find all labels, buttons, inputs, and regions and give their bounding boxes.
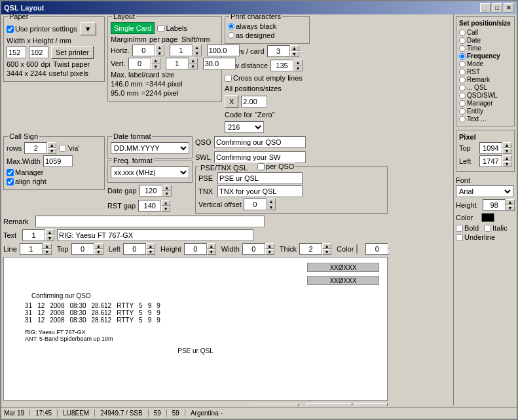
qsos-input[interactable] [267, 45, 290, 57]
cross-label[interactable]: Cross out empty lines [225, 74, 303, 82]
pse-input[interactable] [217, 172, 303, 184]
rst-gap-up[interactable]: ▲ [161, 200, 170, 206]
qso-input[interactable] [214, 136, 306, 148]
tnx-input[interactable] [217, 185, 303, 197]
rst-gap-down[interactable]: ▼ [161, 206, 170, 212]
date-gap-down[interactable]: ▼ [162, 191, 172, 197]
use-printer-checkbox[interactable] [7, 26, 14, 33]
top-down[interactable]: ▼ [94, 249, 103, 255]
top-up[interactable]: ▲ [94, 243, 103, 249]
width-input2[interactable] [242, 243, 265, 255]
radio-time[interactable]: Time [459, 45, 511, 52]
vert-per-page-input[interactable] [166, 58, 189, 69]
right-height-spinner[interactable]: ▲ ▼ [483, 199, 515, 211]
rst-gap-spinner[interactable]: ▲ ▼ [138, 200, 170, 212]
italic-checkbox[interactable] [484, 225, 491, 232]
per-page-input[interactable] [170, 45, 193, 56]
vert-spinner[interactable]: ▲ ▼ [128, 58, 160, 69]
qsos-down[interactable]: ▼ [290, 51, 299, 57]
radio-qsl[interactable]: ... QSL [459, 84, 511, 91]
rows-down[interactable]: ▼ [47, 148, 56, 154]
vert-input[interactable] [128, 58, 151, 69]
card-type-button[interactable]: Single Card [111, 22, 155, 34]
as-designed-label[interactable]: as designed [228, 31, 274, 39]
rows-spinner[interactable]: ▲ ▼ [24, 142, 56, 154]
set-printer-button[interactable]: Set printer [51, 46, 94, 59]
height-input2[interactable] [184, 243, 207, 255]
radio-manager[interactable]: Manager [459, 100, 511, 107]
radio-call[interactable]: Call [459, 29, 511, 36]
font-select[interactable]: Arial [456, 185, 513, 197]
swl-input[interactable] [214, 151, 306, 163]
width-up[interactable]: ▲ [265, 243, 274, 249]
radio-rst[interactable]: RST [459, 68, 511, 75]
radio-qso-swl[interactable]: QSO/SWL [459, 92, 511, 99]
rows-input[interactable] [24, 142, 47, 154]
vert-down[interactable]: ▼ [151, 64, 160, 69]
labels-checkbox[interactable] [157, 25, 164, 32]
always-black-label[interactable]: always black [228, 22, 276, 30]
freq-format-select[interactable]: xx.xxx (MHz) [111, 166, 189, 178]
via-label[interactable]: 'via' [59, 144, 79, 152]
right-height-down[interactable]: ▼ [506, 205, 515, 211]
text-num-spinner[interactable]: ▲ ▼ [22, 229, 54, 241]
right-top-input[interactable] [479, 142, 502, 154]
right-left-input[interactable] [479, 155, 502, 167]
date-gap-input[interactable] [139, 185, 162, 197]
width-input[interactable] [7, 47, 26, 58]
date-gap-spinner[interactable]: ▲ ▼ [139, 185, 172, 197]
thick-up[interactable]: ▲ [322, 243, 331, 249]
vert-offset-up[interactable]: ▲ [267, 199, 276, 204]
text-content-input[interactable] [57, 229, 253, 241]
dropdown-btn[interactable]: ▼ [80, 22, 96, 35]
underline-label[interactable]: Underline [456, 233, 495, 241]
right-height-input[interactable] [483, 199, 506, 211]
radio-remark[interactable]: Remark [459, 76, 511, 83]
rst-gap-input[interactable] [138, 200, 161, 212]
left-up[interactable]: ▲ [146, 243, 155, 249]
right-left-spinner[interactable]: ▲ ▼ [479, 155, 511, 167]
row-dist-spinner[interactable]: ▲ ▼ [270, 60, 303, 71]
date-format-select[interactable]: DD.MM.YYYY [111, 142, 189, 154]
per-page-spinner[interactable]: ▲ ▼ [170, 45, 202, 56]
align-right-checkbox[interactable] [7, 178, 14, 185]
radio-frequency[interactable]: Frequency [459, 52, 511, 60]
line-down[interactable]: ▼ [43, 249, 52, 255]
always-black-radio[interactable] [228, 23, 234, 29]
manager-label[interactable]: Manager [7, 168, 43, 176]
zero-select[interactable]: 216 [225, 121, 264, 133]
right-height-up[interactable]: ▲ [506, 199, 515, 205]
shift1-input[interactable] [207, 45, 240, 56]
line-spinner[interactable]: ▲ ▼ [20, 243, 52, 255]
text-num-input[interactable] [22, 229, 45, 241]
height-up[interactable]: ▲ [207, 243, 216, 249]
maximize-button[interactable]: □ [492, 3, 502, 12]
row-dist-up[interactable]: ▲ [293, 60, 303, 66]
max-width-input[interactable] [43, 155, 73, 167]
via-checkbox[interactable] [59, 145, 66, 152]
height-input[interactable] [29, 47, 48, 58]
radio-text[interactable]: Text ... [459, 115, 511, 123]
ok-store-button[interactable]: Ok / Store [355, 403, 388, 406]
width-down[interactable]: ▼ [265, 249, 274, 255]
line-input[interactable] [20, 243, 43, 255]
rows-up[interactable]: ▲ [47, 142, 56, 148]
minimize-button[interactable]: _ [480, 3, 490, 12]
mul-input[interactable] [241, 96, 267, 107]
use-printer-checkbox-label[interactable]: Use printer settings [7, 25, 77, 33]
left-spinner[interactable]: ▲ ▼ [123, 243, 155, 255]
escape-button[interactable]: Escape / Discard [306, 403, 352, 406]
bold-label[interactable]: Bold [456, 224, 479, 232]
as-designed-radio[interactable] [228, 32, 234, 39]
test-print-button[interactable]: Test Print [250, 404, 299, 406]
vert-per-page-up[interactable]: ▲ [189, 58, 198, 64]
vert-offset-input[interactable] [244, 199, 267, 210]
sent-nr-input[interactable] [365, 243, 388, 255]
line-up[interactable]: ▲ [43, 243, 52, 249]
qsos-spinner[interactable]: ▲ ▼ [267, 45, 299, 57]
row-dist-input[interactable] [270, 60, 293, 71]
cross-checkbox[interactable] [225, 75, 232, 82]
right-top-spinner[interactable]: ▲ ▼ [479, 142, 511, 154]
thick-down[interactable]: ▼ [322, 249, 331, 255]
horiz-down[interactable]: ▼ [155, 50, 164, 56]
